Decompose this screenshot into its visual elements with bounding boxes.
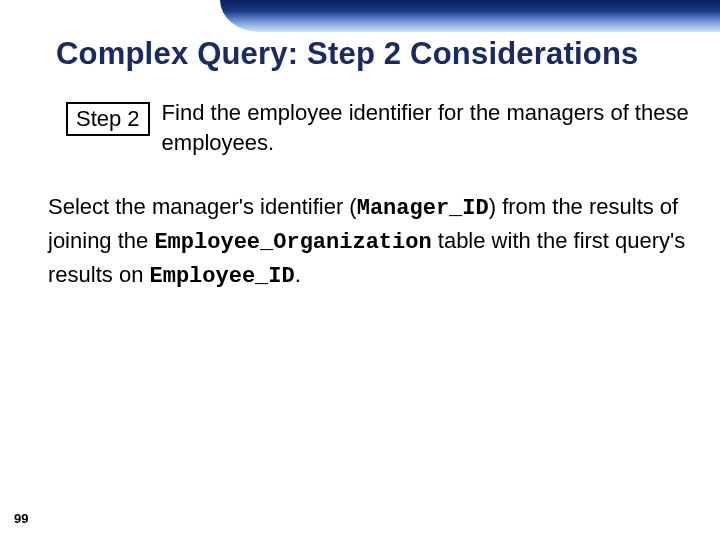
body-text-1: Select the manager's identifier (: [48, 194, 357, 219]
page-number: 99: [14, 511, 28, 526]
code-employee-id: Employee_ID: [150, 264, 295, 289]
slide-content: Complex Query: Step 2 Considerations Ste…: [0, 0, 720, 540]
body-paragraph: Select the manager's identifier (Manager…: [48, 191, 690, 293]
step-description: Find the employee identifier for the man…: [162, 98, 690, 157]
step-badge: Step 2: [66, 102, 150, 136]
page-title: Complex Query: Step 2 Considerations: [56, 36, 690, 72]
code-employee-organization: Employee_Organization: [154, 230, 431, 255]
code-manager-id: Manager_ID: [357, 196, 489, 221]
body-text-4: .: [295, 262, 301, 287]
step-row: Step 2 Find the employee identifier for …: [66, 98, 690, 157]
